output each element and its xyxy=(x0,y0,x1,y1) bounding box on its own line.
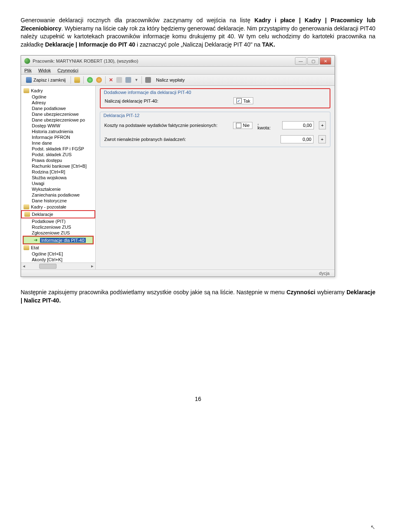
tree-item[interactable]: Ogólne [Ctrl+E] xyxy=(21,251,95,257)
tree-item[interactable]: Rodzina [Ctrl+R] xyxy=(21,169,95,175)
tree-item[interactable]: Informacje PFRON xyxy=(21,134,95,140)
checklist-icon[interactable] xyxy=(116,77,122,83)
nav-fwd-icon[interactable] xyxy=(96,77,102,83)
tree-item[interactable]: Inne dane xyxy=(21,140,95,146)
menu-widok[interactable]: Widok xyxy=(38,68,51,73)
tree-item[interactable]: Ogólne xyxy=(21,94,95,100)
folder-icon[interactable] xyxy=(74,77,80,83)
checkbox-tak[interactable]: ✓ Tak xyxy=(233,97,253,104)
tree-group-pozostale[interactable]: Kadry - pozostałe xyxy=(21,204,95,210)
tree-item[interactable]: Podatkowe (PIT) xyxy=(21,218,95,224)
tree-item[interactable]: Uwagi xyxy=(21,180,95,186)
menu-plik[interactable]: Plik xyxy=(24,68,32,73)
tree-item[interactable]: Dostęp WWW xyxy=(21,123,95,129)
toolbar: Zapisz i zamknij ✕ ▼ Nalicz wypłaty xyxy=(21,75,335,86)
tree-group-deklaracje[interactable]: Deklaracje xyxy=(21,210,95,218)
nalicz-button[interactable]: Nalicz wypłaty xyxy=(154,77,186,83)
maximize-button[interactable]: ▢ xyxy=(307,57,319,65)
groupbox-pit12: Deklaracja PIT-12 Koszty na podstawie wy… xyxy=(100,112,330,147)
tree-item[interactable]: Historia zatrudnienia xyxy=(21,129,95,134)
label-zwrot: Zwrot nienależnie pobranych świadczeń: xyxy=(104,137,228,142)
tree-item[interactable]: Rozliczeniowe ZUS xyxy=(21,224,95,230)
tree-item[interactable]: Dane historyczne xyxy=(21,198,95,204)
scrollbar-horizontal[interactable]: ◄ ► xyxy=(21,262,95,270)
label-koszty: Koszty na podstawie wydatków faktycznie … xyxy=(104,123,228,128)
form-area: Dodatkowe informacje dla deklaracji PIT-… xyxy=(96,86,335,270)
check-icon: ✓ xyxy=(236,98,242,103)
dropdown-icon[interactable] xyxy=(125,77,131,83)
check-icon xyxy=(236,123,241,128)
menubar: Plik Widok Czynności xyxy=(21,67,335,75)
tree-group-etat[interactable]: Etat xyxy=(21,244,95,251)
tree-item[interactable]: Służba wojskowa xyxy=(21,175,95,180)
spinner-up-icon[interactable]: + xyxy=(318,135,326,143)
label-kwota: , kwota: xyxy=(257,120,272,130)
tree-item[interactable]: Akordy [Ctrl+K] xyxy=(21,257,95,262)
folder-icon xyxy=(24,245,29,250)
scroll-right-icon[interactable]: ► xyxy=(90,263,95,269)
tree-item[interactable]: Podst. składek FP i FGŚP xyxy=(21,146,95,152)
sidebar: Kadry Ogólne Adresy Dane podatkowe Dane … xyxy=(21,86,96,270)
save-close-button[interactable]: Zapisz i zamknij xyxy=(24,76,67,84)
paragraph-1: Generowanie deklaracji rocznych dla prac… xyxy=(21,16,375,49)
arrow-right-icon: ➔ xyxy=(34,237,38,243)
tree-item[interactable]: Prawa dostępu xyxy=(21,157,95,163)
tree-item[interactable]: Zgłoszeniowe ZUS xyxy=(21,230,95,236)
tree-item-pit40[interactable]: ➔ Informacje dla PIT-40 xyxy=(24,237,93,244)
scrollbar-thumb[interactable] xyxy=(39,264,57,269)
input-kwota[interactable]: 0,00 xyxy=(282,121,314,129)
delete-icon[interactable]: ✕ xyxy=(109,77,113,83)
menu-czynnosci[interactable]: Czynności xyxy=(57,68,78,73)
tree-item[interactable]: Wykształcenie xyxy=(21,186,95,192)
page-number: 16 xyxy=(21,396,375,402)
nav-back-icon[interactable] xyxy=(87,77,93,83)
tree-item[interactable]: Dane ubezpieczeniowe po xyxy=(21,117,95,123)
tree-item[interactable]: Adresy xyxy=(21,100,95,105)
groupbox-legend: Dodatkowe informacje dla deklaracji PIT-… xyxy=(101,89,330,96)
groupbox-pit40: Dodatkowe informacje dla deklaracji PIT-… xyxy=(100,88,330,108)
statusbar: ↖ dycja xyxy=(21,270,335,277)
scroll-left-icon[interactable]: ◄ xyxy=(21,263,27,269)
folder-icon xyxy=(24,204,29,209)
tree-group-kadry[interactable]: Kadry xyxy=(21,87,95,94)
tree-item[interactable]: Rachunki bankowe [Ctrl+B] xyxy=(21,163,95,169)
input-zwrot[interactable]: 0,00 xyxy=(280,135,314,143)
wand-icon[interactable] xyxy=(145,77,151,83)
app-icon xyxy=(24,58,30,64)
checkbox-nie[interactable]: Nie xyxy=(233,122,253,129)
minimize-button[interactable]: — xyxy=(295,57,306,65)
tree-item[interactable]: Podst. składek ZUS xyxy=(21,152,95,157)
tree-item[interactable]: Dane podatkowe xyxy=(21,105,95,111)
close-button[interactable]: ✕ xyxy=(320,57,331,65)
disk-icon xyxy=(26,77,32,83)
folder-icon xyxy=(24,88,29,93)
groupbox-legend: Deklaracja PIT-12 xyxy=(100,112,330,119)
window-title: Pracownik: MARTYNIAK ROBERT (130), (wszy… xyxy=(33,59,292,63)
tree-item-pit40-highlight: ➔ Informacje dla PIT-40 xyxy=(23,236,94,244)
tree-item[interactable]: Dane ubezpieczeniowe xyxy=(21,111,95,117)
folder-icon xyxy=(24,212,30,217)
tree-item[interactable]: Zaniechania podatkowe xyxy=(21,192,95,198)
spinner-up-icon[interactable]: + xyxy=(319,121,326,129)
paragraph-2: Następnie zapisujemy pracownika podświet… xyxy=(21,288,375,305)
label-naliczaj: Naliczaj deklarację PIT-40: xyxy=(105,98,229,103)
titlebar[interactable]: Pracownik: MARTYNIAK ROBERT (130), (wszy… xyxy=(21,56,335,67)
app-window: Pracownik: MARTYNIAK ROBERT (130), (wszy… xyxy=(21,55,335,277)
